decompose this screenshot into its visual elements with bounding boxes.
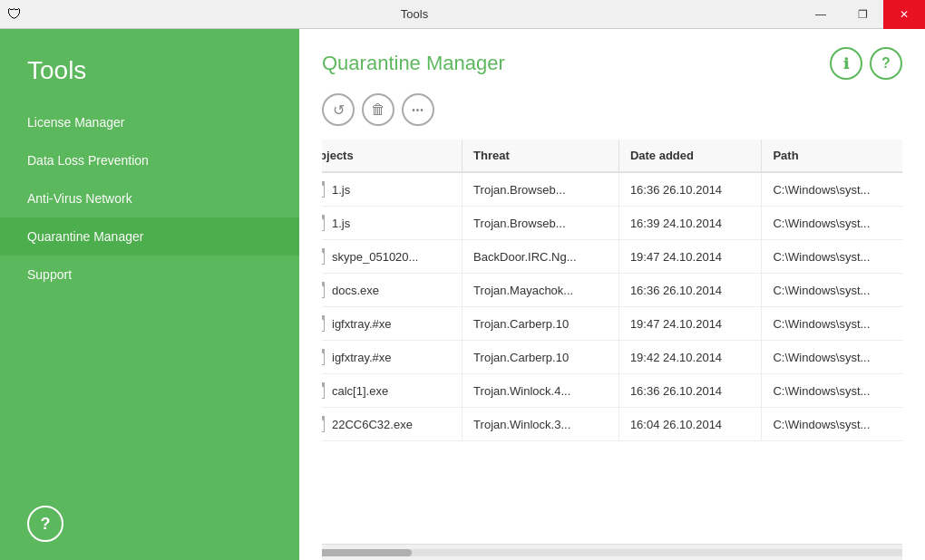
cell-date: 16:36 26.10.2014 [618,374,762,408]
cell-object: docs.exe [322,274,462,307]
cell-date: 19:47 24.10.2014 [618,240,762,274]
file-icon [322,382,325,399]
header-actions: ℹ ? [830,47,902,80]
cell-path: C:\Windows\syst... [762,172,902,207]
cell-path: C:\Windows\syst... [762,341,902,374]
cell-threat: Trojan.Winlock.4... [462,374,619,408]
object-name: calc[1].exe [332,384,388,398]
cell-threat: Trojan.Winlock.3... [462,408,619,441]
restore-icon: ↺ [333,101,345,119]
sidebar: Tools License Manager Data Loss Preventi… [0,29,299,560]
window-controls: — ❐ ✕ [800,0,925,29]
table-row[interactable]: igfxtray.#xeTrojan.Carberp.1019:42 24.10… [322,341,902,374]
sidebar-help-button[interactable]: ? [27,506,63,542]
sidebar-item-license[interactable]: License Manager [0,103,299,141]
cell-threat: BackDoor.IRC.Ng... [462,240,619,274]
horizontal-scrollbar-area [322,544,902,560]
table-row[interactable]: 1.jsTrojan.Browseb...16:36 26.10.2014C:\… [322,172,902,207]
object-name: 1.js [332,217,350,230]
sidebar-footer: ? [0,488,299,560]
table-row[interactable]: calc[1].exeTrojan.Winlock.4...16:36 26.1… [322,374,902,408]
cell-object: 1.js [322,172,462,207]
object-name: 1.js [332,183,350,197]
restore-button[interactable]: ↺ [322,93,355,126]
object-name: igfxtray.#xe [332,317,392,331]
cell-path: C:\Windows\syst... [762,307,902,341]
table-wrapper: Objects Threat Date added Path 1.jsTroja… [322,140,902,544]
close-button[interactable]: ✕ [883,0,925,29]
restore-button[interactable]: ❐ [842,0,883,29]
content-area: Quarantine Manager ℹ ? ↺ 🗑 ••• [299,29,925,560]
object-name: docs.exe [332,284,379,297]
cell-date: 16:04 26.10.2014 [618,408,762,441]
cell-threat: Trojan.Browseb... [462,207,619,240]
sidebar-item-network[interactable]: Anti-Virus Network [0,179,299,217]
table-row[interactable]: docs.exeTrojan.Mayachok...16:36 26.10.20… [322,274,902,307]
file-icon [322,315,325,332]
object-name: igfxtray.#xe [332,351,392,364]
scrollbar-thumb-h [322,549,412,556]
toolbar: ↺ 🗑 ••• [322,93,902,126]
info-button[interactable]: ℹ [830,47,862,80]
more-icon: ••• [412,105,424,115]
col-date: Date added [618,140,762,172]
sidebar-item-quarantine[interactable]: Quarantine Manager [0,217,299,256]
col-threat: Threat [462,140,619,172]
cell-date: 19:42 24.10.2014 [618,341,762,374]
table-area: Objects Threat Date added Path 1.jsTroja… [322,140,902,560]
delete-button[interactable]: 🗑 [362,93,394,126]
cell-path: C:\Windows\syst... [762,408,902,441]
content-header: Quarantine Manager ℹ ? [322,47,902,80]
cell-date: 16:39 24.10.2014 [618,207,762,240]
col-path: Path [762,140,902,172]
table-row[interactable]: 22CC6C32.exeTrojan.Winlock.3...16:04 26.… [322,408,902,441]
file-icon [322,215,325,231]
cell-threat: Trojan.Mayachok... [462,274,619,307]
file-icon [322,282,325,298]
cell-object: 1.js [322,207,462,240]
delete-icon: 🗑 [371,101,385,118]
shield-icon: 🛡 [7,6,22,23]
object-name: skype_051020... [332,250,418,264]
table-scroll[interactable]: Objects Threat Date added Path 1.jsTroja… [322,140,902,544]
window-title: Tools [29,7,800,21]
app-icon: 🛡 [0,0,29,29]
sidebar-item-dlp[interactable]: Data Loss Prevention [0,141,299,179]
more-button[interactable]: ••• [402,93,434,126]
cell-object: igfxtray.#xe [322,307,462,341]
cell-path: C:\Windows\syst... [762,274,902,307]
cell-object: igfxtray.#xe [322,341,462,374]
cell-threat: Trojan.Carberp.10 [462,307,619,341]
file-icon [322,416,325,432]
page-title: Quarantine Manager [322,52,505,75]
cell-object: 22CC6C32.exe [322,408,462,441]
table-row[interactable]: skype_051020...BackDoor.IRC.Ng...19:47 2… [322,240,902,274]
cell-date: 16:36 26.10.2014 [618,172,762,207]
sidebar-item-support[interactable]: Support [0,256,299,294]
cell-date: 16:36 26.10.2014 [618,274,762,307]
cell-path: C:\Windows\syst... [762,374,902,408]
scrollbar-track[interactable] [322,549,902,556]
table-body: 1.jsTrojan.Browseb...16:36 26.10.2014C:\… [322,172,902,441]
file-icon [322,181,325,198]
file-icon [322,349,325,365]
main-container: Tools License Manager Data Loss Preventi… [0,29,925,560]
table-row[interactable]: 1.jsTrojan.Browseb...16:39 24.10.2014C:\… [322,207,902,240]
file-icon [322,248,325,265]
cell-object: skype_051020... [322,240,462,274]
help-button[interactable]: ? [870,47,902,80]
cell-path: C:\Windows\syst... [762,240,902,274]
cell-path: C:\Windows\syst... [762,207,902,240]
cell-threat: Trojan.Carberp.10 [462,341,619,374]
table-header-row: Objects Threat Date added Path [322,140,902,172]
cell-threat: Trojan.Browseb... [462,172,619,207]
cell-date: 19:47 24.10.2014 [618,307,762,341]
quarantine-table: Objects Threat Date added Path 1.jsTroja… [322,140,902,441]
titlebar: 🛡 Tools — ❐ ✕ [0,0,925,29]
col-objects: Objects [322,140,462,172]
table-row[interactable]: igfxtray.#xeTrojan.Carberp.1019:47 24.10… [322,307,902,341]
sidebar-nav: License Manager Data Loss Prevention Ant… [0,103,299,294]
sidebar-title: Tools [0,29,299,103]
object-name: 22CC6C32.exe [332,418,413,431]
minimize-button[interactable]: — [800,0,842,29]
